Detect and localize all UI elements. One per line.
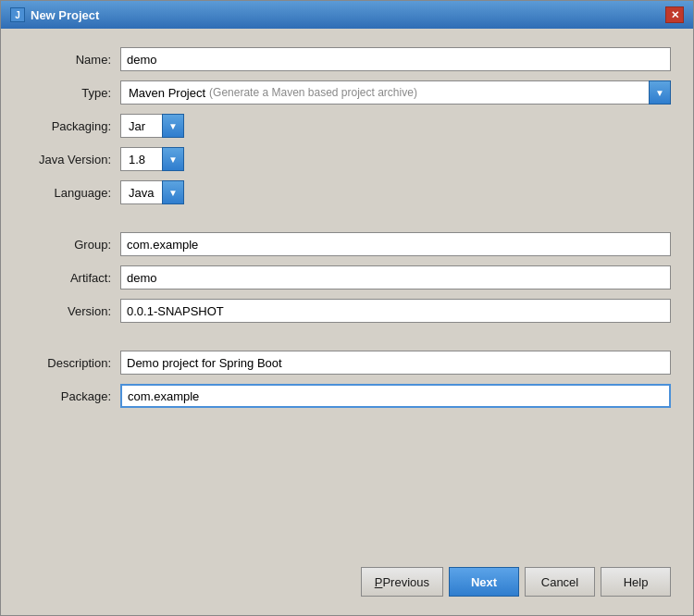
artifact-label: Artifact: bbox=[23, 271, 120, 285]
dialog-icon: J bbox=[10, 7, 25, 22]
title-bar-left: J New Project bbox=[10, 7, 99, 22]
group-row: Group: bbox=[23, 232, 671, 256]
previous-button[interactable]: PPrevious bbox=[361, 567, 443, 597]
help-label: Help bbox=[624, 575, 649, 589]
type-dropdown-arrow-icon: ▼ bbox=[655, 88, 664, 98]
type-dropdown-group: Maven Project (Generate a Maven based pr… bbox=[120, 80, 671, 105]
next-button[interactable]: Next bbox=[449, 567, 519, 597]
name-label: Name: bbox=[23, 53, 120, 67]
java-version-dropdown-arrow-icon: ▼ bbox=[168, 154, 178, 165]
packaging-dropdown-group: Jar ▼ bbox=[120, 114, 184, 138]
java-version-label: Java Version: bbox=[23, 153, 120, 166]
form-area: Name: Type: Maven Project (Generate a Ma… bbox=[23, 47, 671, 558]
language-dropdown-button[interactable]: ▼ bbox=[162, 180, 184, 204]
description-label: Description: bbox=[23, 356, 120, 370]
language-dropdown-group: Java ▼ bbox=[120, 180, 184, 204]
version-row: Version: bbox=[23, 299, 671, 323]
name-input[interactable] bbox=[120, 47, 671, 71]
package-row: Package: bbox=[23, 384, 671, 408]
package-label: Package: bbox=[23, 389, 120, 403]
packaging-dropdown-arrow-icon: ▼ bbox=[168, 121, 178, 131]
language-row: Language: Java ▼ bbox=[23, 180, 671, 204]
type-dropdown-text: Maven Project (Generate a Maven based pr… bbox=[120, 80, 649, 105]
group-input[interactable] bbox=[120, 232, 671, 256]
type-label: Type: bbox=[23, 86, 120, 100]
type-row: Type: Maven Project (Generate a Maven ba… bbox=[23, 80, 671, 105]
language-dropdown-arrow-icon: ▼ bbox=[168, 188, 178, 198]
java-version-row: Java Version: 1.8 ▼ bbox=[23, 147, 671, 171]
artifact-row: Artifact: bbox=[23, 265, 671, 290]
close-button[interactable]: ✕ bbox=[665, 6, 684, 23]
language-label: Language: bbox=[23, 186, 120, 200]
description-row: Description: bbox=[23, 351, 671, 375]
packaging-dropdown-button[interactable]: ▼ bbox=[162, 114, 184, 138]
group-label: Group: bbox=[23, 238, 120, 252]
version-input[interactable] bbox=[120, 299, 671, 323]
name-row: Name: bbox=[23, 47, 671, 71]
packaging-label: Packaging: bbox=[23, 119, 120, 133]
artifact-input[interactable] bbox=[120, 265, 671, 290]
packaging-row: Packaging: Jar ▼ bbox=[23, 114, 671, 138]
previous-label: PPrevious bbox=[375, 575, 429, 589]
java-version-dropdown-button[interactable]: ▼ bbox=[162, 147, 184, 171]
type-secondary-text: (Generate a Maven based project archive) bbox=[209, 86, 417, 99]
cancel-label: Cancel bbox=[541, 575, 578, 589]
java-version-dropdown-text: 1.8 bbox=[120, 147, 162, 171]
type-main-text: Maven Project bbox=[129, 86, 205, 100]
spacer bbox=[23, 214, 671, 223]
package-input[interactable] bbox=[120, 384, 671, 408]
packaging-dropdown-text: Jar bbox=[120, 114, 162, 138]
title-bar: J New Project ✕ bbox=[1, 1, 693, 29]
new-project-dialog: J New Project ✕ Name: Type: Maven Projec… bbox=[0, 0, 694, 616]
version-label: Version: bbox=[23, 304, 120, 318]
cancel-button[interactable]: Cancel bbox=[525, 567, 595, 597]
dialog-title: New Project bbox=[31, 8, 99, 22]
java-version-dropdown-group: 1.8 ▼ bbox=[120, 147, 184, 171]
help-button[interactable]: Help bbox=[601, 567, 671, 597]
description-input[interactable] bbox=[120, 351, 671, 375]
dialog-footer: PPrevious Next Cancel Help bbox=[23, 558, 671, 600]
spacer2 bbox=[23, 332, 671, 341]
dialog-body: Name: Type: Maven Project (Generate a Ma… bbox=[1, 29, 693, 615]
type-dropdown-button[interactable]: ▼ bbox=[649, 80, 671, 105]
next-label: Next bbox=[471, 575, 497, 589]
language-dropdown-text: Java bbox=[120, 180, 162, 204]
